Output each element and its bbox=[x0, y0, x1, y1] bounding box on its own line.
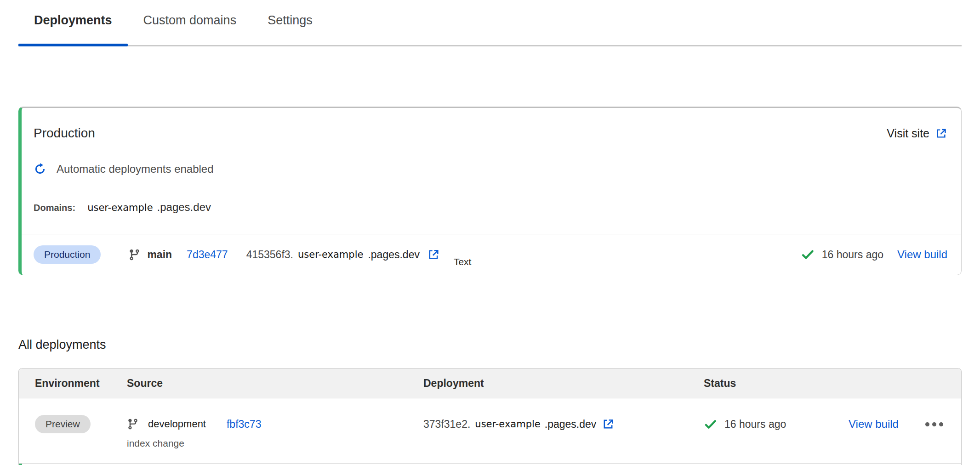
view-build-link[interactable]: View build bbox=[849, 418, 899, 431]
domains-row: Domains: user-example .pages.dev bbox=[34, 201, 947, 214]
external-link-icon bbox=[935, 127, 947, 140]
domain-name: user-example bbox=[87, 202, 153, 213]
pages-project-screen: Deployments Custom domains Settings Prod… bbox=[0, 0, 980, 465]
text-annotation: Text bbox=[454, 256, 472, 267]
external-link-icon bbox=[427, 248, 440, 261]
environment-cell: Preview bbox=[35, 415, 127, 433]
domain-suffix: .pages.dev bbox=[157, 201, 211, 214]
visit-site-link[interactable]: Visit site bbox=[887, 127, 947, 140]
deployment-row: Preview development fbf3c73 index change… bbox=[19, 398, 961, 464]
check-icon bbox=[801, 248, 815, 261]
view-build-link[interactable]: View build bbox=[897, 248, 947, 261]
source-cell: development fbf3c73 index change bbox=[127, 415, 423, 450]
open-deployment-link[interactable] bbox=[427, 248, 440, 261]
git-branch-icon bbox=[127, 418, 139, 430]
tab-deployments[interactable]: Deployments bbox=[18, 0, 128, 45]
column-status: Status bbox=[704, 377, 849, 390]
commit-message: index change bbox=[127, 437, 423, 450]
refresh-icon bbox=[34, 163, 46, 176]
environment-badge: Production bbox=[34, 245, 101, 264]
domains-label: Domains: bbox=[34, 203, 75, 213]
production-deployment-row: Production main 7d3e477 415356f3. user-e… bbox=[22, 234, 961, 275]
auto-deployments-text: Automatic deployments enabled bbox=[57, 162, 214, 176]
view-build-cell: View build bbox=[849, 415, 904, 433]
deployment-domain-name: user-example bbox=[298, 249, 363, 260]
production-card: Production Visit site Automa bbox=[18, 107, 962, 275]
deployment-time: 16 hours ago bbox=[822, 249, 883, 261]
check-icon bbox=[704, 418, 717, 431]
commit-link[interactable]: 7d3e477 bbox=[187, 249, 228, 261]
column-source: Source bbox=[127, 377, 423, 390]
commit-link[interactable]: fbf3c73 bbox=[227, 418, 261, 431]
external-link-icon bbox=[602, 418, 615, 431]
visit-site-label: Visit site bbox=[887, 127, 929, 140]
status-cell: 16 hours ago bbox=[704, 415, 849, 433]
table-header-row: Environment Source Deployment Status bbox=[19, 369, 961, 398]
tab-bar: Deployments Custom domains Settings bbox=[18, 0, 962, 46]
all-deployments-title: All deployments bbox=[18, 335, 962, 354]
deployment-id: 373f31e2. bbox=[423, 418, 470, 431]
column-deployment: Deployment bbox=[423, 377, 704, 390]
production-card-title: Production bbox=[34, 125, 95, 141]
deployment-domain-suffix: .pages.dev bbox=[545, 418, 597, 431]
deployments-table: Environment Source Deployment Status Pre… bbox=[18, 368, 962, 465]
deployment-cell: 373f31e2. user-example .pages.dev bbox=[423, 415, 704, 433]
auto-deployments-status: Automatic deployments enabled bbox=[34, 162, 947, 176]
deployment-domain-name: user-example bbox=[475, 419, 540, 430]
branch-name: main bbox=[147, 249, 172, 261]
deployment-time: 16 hours ago bbox=[724, 418, 786, 431]
more-options-button[interactable] bbox=[923, 419, 945, 430]
tab-custom-domains[interactable]: Custom domains bbox=[128, 0, 252, 45]
more-options-cell bbox=[923, 415, 945, 433]
more-options-icon bbox=[925, 422, 943, 426]
column-environment: Environment bbox=[35, 377, 127, 390]
deployment-domain-suffix: .pages.dev bbox=[368, 249, 420, 261]
branch-name: development bbox=[148, 418, 206, 430]
environment-badge: Preview bbox=[35, 415, 91, 433]
deployment-id: 415356f3. bbox=[246, 249, 293, 261]
tab-settings[interactable]: Settings bbox=[252, 0, 328, 45]
open-deployment-link[interactable] bbox=[602, 418, 615, 431]
git-branch-icon bbox=[128, 249, 141, 261]
